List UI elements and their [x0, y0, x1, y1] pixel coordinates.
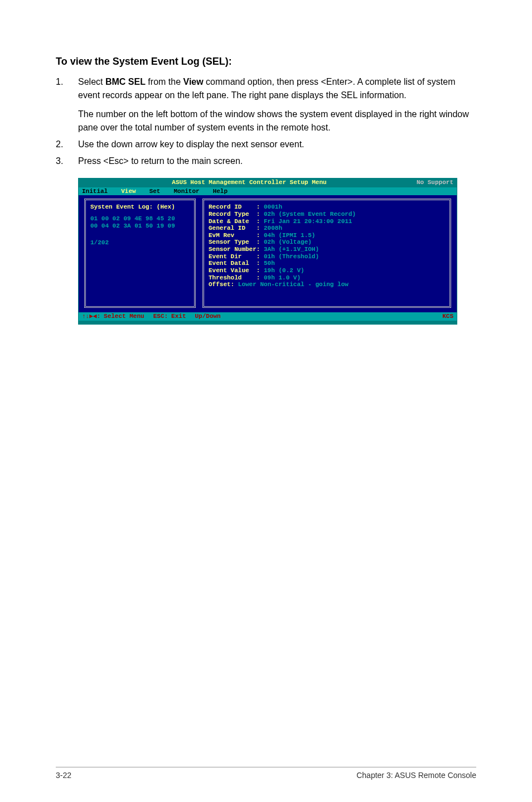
- page-number: 3-22: [56, 771, 71, 780]
- field-value: 2008h: [260, 225, 282, 231]
- text: Select: [78, 77, 105, 86]
- terminal-statusbar: ↑↓▶◀: Select Menu ESC: Exit Up/Down KCS: [78, 312, 457, 321]
- field-label: Event Value :: [209, 267, 260, 274]
- step-body: Use the down arrow key to display the ne…: [78, 138, 476, 151]
- field-value: 0001h: [260, 204, 282, 210]
- step-3: 3. Press <Esc> to return to the main scr…: [56, 154, 476, 168]
- field-value: 3Ah (+1.1V_IOH): [260, 246, 319, 253]
- field-value: 09h 1.0 V): [260, 274, 301, 281]
- field-label: Event Datal :: [209, 260, 260, 267]
- terminal-menubar: Initial View Set Monitor Help: [78, 187, 457, 196]
- hex-row[interactable]: 00 04 02 3A 01 50 19 09: [90, 223, 190, 230]
- field-label: Sensor Number:: [209, 246, 260, 253]
- updown-label: Up/Down: [195, 313, 221, 320]
- hex-row[interactable]: 01 00 02 09 4E 98 45 20: [90, 215, 190, 223]
- menu-monitor[interactable]: Monitor: [173, 188, 199, 195]
- step-number: 2.: [56, 138, 78, 151]
- esc-label: Exit: [171, 313, 186, 320]
- section-heading: To view the System Event Log (SEL):: [56, 56, 476, 67]
- text: from the: [146, 77, 183, 86]
- terminal-bottom-border: [78, 321, 457, 325]
- left-pane: Systen Event Log: (Hex) 01 00 02 09 4E 9…: [84, 199, 196, 308]
- field-label: EvM Rev :: [209, 232, 260, 239]
- field-label: Offset:: [209, 281, 234, 288]
- step-number: 1.: [56, 75, 78, 89]
- status-right: KCS: [442, 313, 453, 320]
- menu-set[interactable]: Set: [149, 188, 161, 195]
- terminal-screenshot: ASUS Host Management Controller Setup Me…: [78, 178, 457, 325]
- record-counter: 1/202: [90, 239, 190, 247]
- left-pane-heading: Systen Event Log: (Hex): [90, 204, 190, 211]
- text: The number on the left bottom of the win…: [78, 108, 476, 134]
- field-value: 19h (0.2 V): [260, 267, 304, 274]
- field-label: Threshold :: [209, 274, 260, 281]
- menu-help[interactable]: Help: [213, 188, 228, 195]
- terminal-body: Systen Event Log: (Hex) 01 00 02 09 4E 9…: [78, 195, 457, 312]
- menu-initial[interactable]: Initial: [82, 188, 108, 195]
- field-value: 04h (IPMI 1.5): [260, 232, 315, 239]
- field-value: Lower Non-critical - going low: [234, 281, 349, 288]
- field-value: 01h (Threshold): [260, 253, 319, 260]
- titlebar-right: No Support: [417, 179, 453, 186]
- step-1: 1. Select BMC SEL from the View command …: [56, 75, 476, 134]
- menu-view[interactable]: View: [121, 188, 136, 195]
- field-value: Fri Jan 21 20:43:00 2011: [260, 218, 352, 225]
- bold-text: View: [183, 77, 204, 86]
- right-pane: Record ID : 0001h Record Type : 02h (Sys…: [202, 199, 451, 308]
- field-label: Record ID :: [209, 204, 260, 210]
- field-value: 02h (Voltage): [260, 239, 311, 245]
- nav-arrows-icon: ↑↓▶◀:: [82, 313, 100, 320]
- step-2: 2. Use the down arrow key to display the…: [56, 138, 476, 151]
- step-body: Select BMC SEL from the View command opt…: [78, 75, 476, 134]
- bold-text: BMC SEL: [105, 77, 146, 86]
- field-value: 02h (System Event Record): [260, 211, 356, 218]
- chapter-title: Chapter 3: ASUS Remote Console: [356, 771, 476, 780]
- titlebar-title: ASUS Host Management Controller Setup Me…: [172, 179, 326, 186]
- field-label: Sensor Type :: [209, 239, 260, 245]
- step-body: Press <Esc> to return to the main screen…: [78, 154, 476, 168]
- field-label: Date & Date :: [209, 218, 260, 225]
- step-number: 3.: [56, 154, 78, 168]
- field-label: General ID :: [209, 225, 260, 231]
- field-label: Event Dir :: [209, 253, 260, 260]
- page-footer: 3-22 Chapter 3: ASUS Remote Console: [56, 767, 476, 780]
- esc-key: ESC:: [153, 313, 168, 320]
- field-value: 50h: [260, 260, 274, 267]
- field-label: Record Type :: [209, 211, 260, 218]
- nav-label: Select Menu: [104, 313, 144, 320]
- terminal-titlebar: ASUS Host Management Controller Setup Me…: [78, 178, 457, 187]
